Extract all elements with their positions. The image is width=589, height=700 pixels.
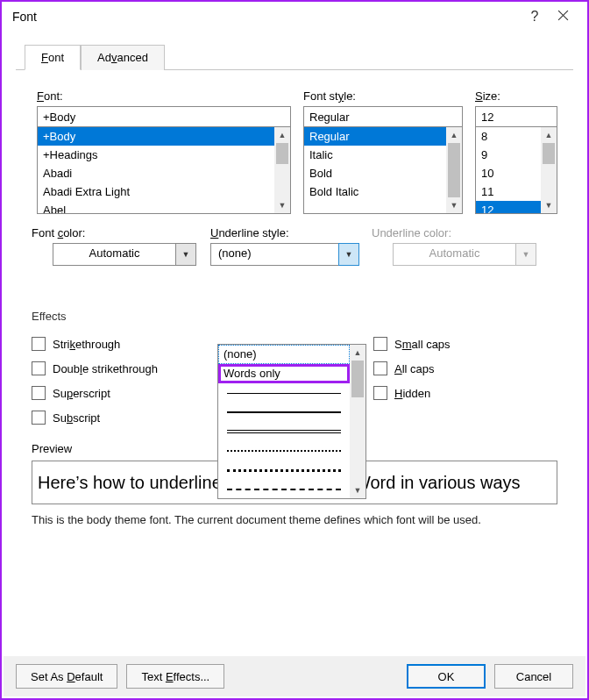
understyle-option-line-single[interactable]	[218, 383, 350, 403]
scroll-down-icon[interactable]: ▼	[541, 197, 557, 213]
font-item[interactable]: Abadi	[38, 164, 274, 182]
size-item[interactable]: 10	[476, 164, 541, 182]
understyle-dropdown[interactable]: (none) ▼	[210, 243, 359, 266]
dialog-title: Font	[12, 10, 521, 24]
checkbox-strikethrough[interactable]: Strikethrough	[32, 332, 216, 356]
style-item[interactable]: Bold Italic	[304, 182, 446, 201]
size-label: Size:	[475, 89, 557, 103]
cancel-button[interactable]: Cancel	[494, 664, 573, 689]
chevron-down-icon: ▼	[515, 243, 536, 266]
scroll-up-icon[interactable]: ▲	[350, 345, 365, 361]
chevron-down-icon[interactable]: ▼	[175, 243, 196, 266]
understyle-option-line-thick[interactable]	[218, 403, 350, 422]
close-icon[interactable]	[549, 9, 577, 25]
tab-advanced[interactable]: Advanced	[81, 45, 165, 70]
scroll-up-icon[interactable]: ▲	[446, 127, 462, 143]
size-item[interactable]: 12	[476, 201, 541, 213]
chevron-down-icon[interactable]: ▼	[338, 243, 359, 266]
style-scrollbar[interactable]: ▲ ▼	[446, 127, 462, 213]
understyle-option-none[interactable]: (none)	[218, 345, 350, 364]
fontcolor-dropdown[interactable]: Automatic ▼	[53, 243, 196, 266]
style-listbox[interactable]: Regular Italic Bold Bold Italic ▲ ▼	[303, 126, 463, 214]
font-input[interactable]	[37, 106, 291, 127]
understyle-option-line-dotted[interactable]	[218, 441, 350, 461]
text-effects-button[interactable]: Text Effects...	[126, 664, 224, 689]
checkbox-superscript[interactable]: Superscript	[32, 381, 216, 405]
understyle-option-words-only[interactable]: Words only	[218, 364, 350, 383]
font-item[interactable]: Abel	[38, 201, 274, 213]
style-item[interactable]: Bold	[304, 164, 446, 182]
scroll-down-icon[interactable]: ▼	[350, 482, 365, 498]
set-as-default-button[interactable]: Set As Default	[16, 664, 117, 689]
undercolor-value: Automatic	[393, 243, 516, 266]
scroll-up-icon[interactable]: ▲	[541, 127, 557, 143]
understyle-option-line-dash[interactable]	[218, 480, 350, 498]
checkbox-hidden[interactable]: Hidden	[373, 381, 557, 405]
tabstrip: Font Advanced	[16, 44, 573, 70]
style-item[interactable]: Regular	[304, 127, 446, 146]
size-listbox[interactable]: 8 9 10 11 12 ▲ ▼	[475, 126, 557, 214]
scroll-up-icon[interactable]: ▲	[274, 127, 290, 143]
style-label: Font style:	[303, 89, 463, 103]
understyle-label: Underline style:	[210, 226, 359, 239]
understyle-popup[interactable]: (none) Words only ▲ ▼	[217, 344, 366, 499]
fontcolor-value: Automatic	[53, 243, 176, 266]
undercolor-dropdown: Automatic ▼	[393, 243, 536, 266]
font-scrollbar[interactable]: ▲ ▼	[274, 127, 290, 213]
help-icon[interactable]: ?	[521, 9, 549, 25]
checkbox-all-caps[interactable]: All caps	[373, 356, 557, 381]
font-item[interactable]: +Body	[38, 127, 274, 146]
understyle-option-line-double[interactable]	[218, 422, 350, 441]
font-label: Font:	[37, 89, 291, 103]
font-item[interactable]: +Headings	[38, 146, 274, 164]
size-input[interactable]	[475, 106, 557, 127]
titlebar: Font ?	[2, 2, 587, 32]
checkbox-small-caps[interactable]: Small caps	[373, 332, 557, 356]
checkbox-subscript[interactable]: Subscript	[32, 405, 216, 430]
font-listbox[interactable]: +Body +Headings Abadi Abadi Extra Light …	[37, 126, 291, 214]
style-item[interactable]: Italic	[304, 146, 446, 164]
size-scrollbar[interactable]: ▲ ▼	[541, 127, 557, 213]
scroll-down-icon[interactable]: ▼	[274, 197, 290, 213]
size-item[interactable]: 8	[476, 127, 541, 146]
size-item[interactable]: 9	[476, 146, 541, 164]
style-input[interactable]	[303, 106, 463, 127]
dialog-footer: Set As Default Text Effects... OK Cancel	[4, 656, 585, 696]
size-item[interactable]: 11	[476, 182, 541, 201]
understyle-value: (none)	[210, 243, 339, 266]
checkbox-double-strikethrough[interactable]: Double strikethrough	[32, 356, 216, 381]
effects-label: Effects	[32, 310, 557, 323]
tab-font[interactable]: Font	[25, 45, 81, 70]
undercolor-label: Underline color:	[372, 226, 538, 239]
scroll-down-icon[interactable]: ▼	[446, 197, 462, 213]
fontcolor-label: Font color:	[32, 226, 198, 239]
font-item[interactable]: Abadi Extra Light	[38, 182, 274, 201]
understyle-option-line-dotted-heavy[interactable]	[218, 461, 350, 480]
understyle-popup-scrollbar[interactable]: ▲ ▼	[350, 345, 365, 498]
ok-button[interactable]: OK	[407, 664, 486, 689]
preview-hint: This is the body theme font. The current…	[32, 513, 557, 526]
